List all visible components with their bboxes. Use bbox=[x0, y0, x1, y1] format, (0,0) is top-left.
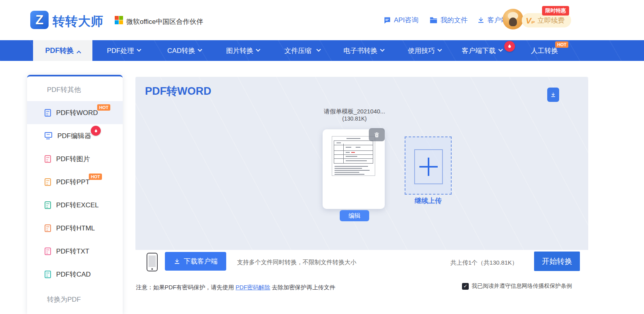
sidebar-item-pdf-to-html[interactable]: PDF转HTML bbox=[27, 216, 123, 240]
chevron-down-icon bbox=[198, 47, 202, 52]
folder-icon bbox=[429, 16, 438, 24]
header-link-label: 我的文件 bbox=[440, 16, 468, 25]
sidebar-section-convert-to-pdf: 转换为PDF bbox=[47, 295, 81, 304]
excel-doc-icon bbox=[45, 201, 51, 209]
password-note: 注意：如果PDF有密码保护，请先使用 PDF密码解除 去除加密保护再上传文件 bbox=[136, 284, 335, 291]
pdf-password-remove-link[interactable]: PDF密码解除 bbox=[236, 284, 270, 291]
agreement-row: 我已阅读并遵守信息网络传播权保护条例 bbox=[462, 283, 572, 290]
panel-footer: 下载客户端 支持多个文件同时转换，不限制文件转换大小 共上传1个（共130.81… bbox=[135, 250, 588, 275]
app-root: Z 转转大师 微软office中国区合作伙伴 API咨询 我的文件 bbox=[0, 0, 644, 314]
agreement-checkbox[interactable] bbox=[462, 283, 469, 290]
nav-tab-label: PDF处理 bbox=[107, 46, 134, 55]
hot-badge: HOT bbox=[89, 174, 102, 180]
phone-icon bbox=[147, 253, 158, 271]
download-arrow-icon bbox=[174, 258, 180, 265]
sidebar-item-pdf-to-image[interactable]: PDF转图片 bbox=[27, 147, 123, 170]
txt-doc-icon bbox=[45, 248, 51, 255]
upload-more-dropzone[interactable] bbox=[405, 137, 452, 195]
sidebar-item-label: PDF转PPT bbox=[56, 177, 90, 187]
nav-tab-label: 使用技巧 bbox=[408, 46, 435, 55]
sidebar-item-label: PDF转EXCEL bbox=[56, 201, 99, 210]
cad-doc-icon bbox=[45, 271, 51, 278]
nav-tab-pdf-convert[interactable]: PDF转换 bbox=[33, 40, 92, 61]
nav-tab-label: 电子书转换 bbox=[344, 46, 378, 55]
html-doc-icon bbox=[45, 224, 51, 232]
chevron-down-icon bbox=[437, 47, 442, 52]
microsoft-logo-icon bbox=[115, 16, 123, 24]
header-link-my-files[interactable]: 我的文件 bbox=[429, 16, 468, 25]
panel-download-button[interactable] bbox=[547, 88, 559, 102]
fire-badge-icon bbox=[504, 41, 515, 52]
user-avatar[interactable] bbox=[503, 9, 523, 29]
header-link-api[interactable]: API咨询 bbox=[383, 16, 418, 25]
sidebar-item-label: PDF转HTML bbox=[56, 224, 95, 233]
uploaded-file-card[interactable] bbox=[323, 129, 385, 209]
nav-tab-tips[interactable]: 使用技巧 bbox=[402, 40, 447, 61]
agreement-label: 我已阅读并遵守信息网络传播权保护条例 bbox=[472, 283, 572, 290]
nav-tab-file-compress[interactable]: 文件压缩 bbox=[278, 40, 327, 61]
main-nav: PDF转换 PDF处理 CAD转换 图片转换 文件压缩 电子书转换 使用技巧 bbox=[0, 40, 644, 61]
chevron-down-icon bbox=[137, 47, 141, 52]
nav-tab-pdf-process[interactable]: PDF处理 bbox=[103, 40, 145, 61]
nav-tab-label: CAD转换 bbox=[167, 46, 195, 55]
plus-icon bbox=[419, 158, 438, 176]
upload-summary: 共上传1个（共130.81K） bbox=[446, 259, 518, 267]
nav-tab-label: 图片转换 bbox=[226, 46, 253, 55]
download-client-button[interactable]: 下载客户端 bbox=[165, 252, 226, 271]
delete-file-button[interactable] bbox=[369, 128, 385, 141]
monitor-icon bbox=[45, 132, 52, 138]
sidebar: PDF转其他 PDF转WORD HOT PDF编辑器 PDF转图片 PDF转PP… bbox=[27, 75, 123, 314]
sidebar-item-pdf-to-ppt[interactable]: PDF转PPT HOT bbox=[27, 170, 123, 193]
renew-label: 立即续费 bbox=[538, 16, 565, 25]
page-title: PDF转WORD bbox=[145, 84, 211, 98]
promo-badge: 限时特惠 bbox=[542, 6, 569, 16]
multi-file-hint: 支持多个文件同时转换，不限制文件转换大小 bbox=[237, 259, 356, 266]
nav-tab-label: 人工转换 bbox=[531, 46, 558, 55]
note-suffix: 去除加密保护再上传文件 bbox=[270, 284, 336, 291]
nav-tab-ebook-convert[interactable]: 电子书转换 bbox=[338, 40, 390, 61]
uploaded-file-size: (130.81K) bbox=[295, 115, 414, 122]
download-client-label: 下载客户端 bbox=[184, 257, 218, 266]
nav-tab-label: 文件压缩 bbox=[284, 46, 311, 55]
ppt-doc-icon bbox=[45, 178, 51, 186]
download-icon bbox=[477, 16, 485, 24]
nav-tab-image-convert[interactable]: 图片转换 bbox=[221, 40, 265, 61]
sidebar-item-pdf-to-txt[interactable]: PDF转TXT bbox=[27, 240, 123, 263]
sidebar-item-pdf-editor[interactable]: PDF编辑器 bbox=[27, 124, 123, 147]
sidebar-item-label: PDF转图片 bbox=[56, 154, 90, 164]
nav-tab-label: PDF转换 bbox=[45, 46, 74, 55]
nav-tab-label: 客户端下载 bbox=[462, 46, 496, 55]
download-arrow-icon bbox=[550, 91, 556, 98]
sidebar-item-label: PDF转CAD bbox=[56, 270, 91, 279]
start-convert-button[interactable]: 开始转换 bbox=[534, 252, 580, 271]
sidebar-item-label: PDF编辑器 bbox=[57, 131, 91, 140]
sidebar-item-pdf-to-cad[interactable]: PDF转CAD bbox=[27, 263, 123, 286]
partner-text: 微软office中国区合作伙伴 bbox=[126, 17, 203, 26]
file-thumbnail bbox=[332, 136, 375, 176]
sidebar-item-label: PDF转TXT bbox=[56, 247, 89, 256]
trash-icon bbox=[374, 132, 380, 138]
vip-icon: VVIPIP bbox=[526, 16, 535, 25]
nav-tab-client-download[interactable]: 客户端下载 bbox=[456, 40, 507, 61]
header-link-label: API咨询 bbox=[394, 16, 418, 25]
chevron-down-icon bbox=[316, 47, 321, 52]
main-panel: PDF转WORD 请假单模板_2021040... (130.81K) bbox=[135, 77, 588, 275]
chat-icon bbox=[383, 16, 391, 24]
sidebar-item-pdf-to-word[interactable]: PDF转WORD HOT bbox=[27, 101, 123, 124]
chevron-down-icon bbox=[498, 47, 503, 52]
nav-tab-cad-convert[interactable]: CAD转换 bbox=[162, 40, 206, 61]
hot-badge: HOT bbox=[555, 41, 568, 48]
word-doc-icon bbox=[45, 109, 51, 117]
uploaded-file-name: 请假单模板_2021040... bbox=[295, 108, 414, 115]
sidebar-item-pdf-to-excel[interactable]: PDF转EXCEL bbox=[27, 193, 123, 216]
image-doc-icon bbox=[45, 155, 51, 163]
brand-logo-text[interactable]: 转转大师 bbox=[53, 13, 104, 30]
top-header: Z 转转大师 微软office中国区合作伙伴 API咨询 我的文件 bbox=[0, 0, 644, 40]
chevron-down-icon bbox=[380, 47, 384, 52]
note-prefix: 注意：如果PDF有密码保护，请先使用 bbox=[136, 284, 236, 291]
sidebar-item-label: PDF转WORD bbox=[56, 108, 98, 117]
edit-file-button[interactable]: 编辑 bbox=[340, 210, 369, 221]
brand-logo-icon[interactable]: Z bbox=[30, 11, 49, 29]
chevron-down-icon bbox=[256, 47, 260, 52]
upload-more-label[interactable]: 继续上传 bbox=[405, 196, 452, 205]
